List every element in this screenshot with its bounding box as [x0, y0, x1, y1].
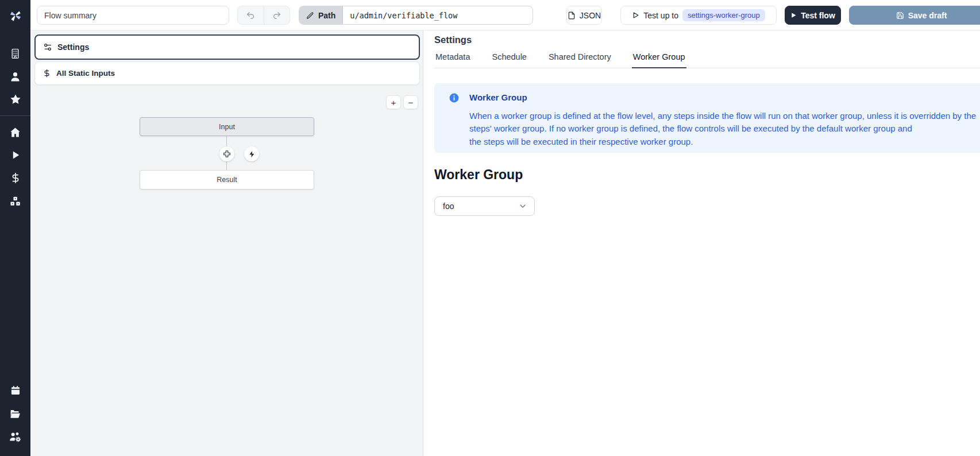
play-icon [10, 149, 21, 161]
test-flow-label: Test flow [801, 11, 835, 20]
windmill-logo-icon [8, 8, 23, 23]
test-flow-button[interactable]: Test flow [785, 6, 841, 25]
flow-node-result[interactable]: Result [140, 170, 314, 190]
star-icon [9, 93, 22, 106]
redo-icon [272, 11, 281, 20]
flow-summary-input[interactable] [37, 6, 229, 25]
test-up-to-label: Test up to [643, 11, 678, 20]
file-json-icon [568, 11, 576, 20]
test-up-to-step-badge[interactable]: settings-worker-group [682, 9, 765, 21]
worker-group-select[interactable]: foo [434, 196, 535, 216]
trigger-button[interactable] [244, 146, 259, 161]
building-icon [9, 48, 21, 60]
plus-icon: + [391, 98, 396, 107]
flow-settings-module[interactable]: Settings [34, 34, 420, 60]
path-group: Path u/admin/verifiable_flow [299, 6, 533, 25]
undo-redo-group [237, 6, 290, 25]
edit-path-button[interactable]: Path [299, 6, 343, 24]
tab-schedule[interactable]: Schedule [491, 51, 527, 68]
info-line: When a worker group is defined at the fl… [469, 110, 976, 122]
json-button[interactable]: JSON [566, 6, 602, 25]
sidebar-divider [0, 115, 30, 116]
tab-metadata[interactable]: Metadata [434, 51, 471, 68]
flow-toolbar: Path u/admin/verifiable_flow JSON Test u… [30, 0, 980, 30]
info-box-title: Worker Group [469, 92, 527, 102]
user-icon [9, 71, 21, 83]
app-sidebar [0, 0, 30, 456]
sidebar-item-workspace[interactable] [0, 42, 30, 65]
play-outline-icon [632, 11, 639, 19]
test-up-to-button[interactable]: Test up to settings-worker-group [620, 6, 777, 25]
chevron-down-icon [518, 202, 527, 211]
zoom-out-button[interactable]: − [403, 95, 418, 109]
sidebar-item-user[interactable] [0, 65, 30, 88]
settings-panel-title: Settings [434, 34, 472, 45]
flow-editor-app: Path u/admin/verifiable_flow JSON Test u… [0, 0, 980, 456]
add-step-button[interactable] [219, 146, 234, 161]
minus-icon: − [408, 98, 414, 107]
json-button-label: JSON [580, 11, 601, 20]
dollar-icon [10, 172, 21, 184]
sidebar-item-schedules[interactable] [0, 379, 30, 402]
tab-shared-directory[interactable]: Shared Directory [547, 51, 612, 68]
cross-plus-icon [223, 150, 231, 158]
zap-icon [248, 150, 256, 158]
all-static-inputs-module[interactable]: All Static Inputs [34, 61, 420, 85]
static-inputs-label: All Static Inputs [56, 69, 115, 78]
sliders-icon [43, 42, 52, 52]
play-filled-icon [790, 12, 797, 18]
folder-open-icon [9, 408, 21, 420]
sidebar-item-resources[interactable] [0, 190, 30, 212]
tab-worker-group[interactable]: Worker Group [632, 51, 686, 68]
info-line: steps' worker group. If no worker group … [469, 122, 976, 135]
users-cog-icon [9, 430, 22, 443]
worker-group-selected-value: foo [443, 202, 518, 211]
flow-path-value[interactable]: u/admin/verifiable_flow [343, 6, 533, 24]
undo-icon [246, 11, 255, 20]
info-icon [449, 92, 460, 103]
save-draft-button[interactable]: Save draft [849, 6, 980, 25]
sidebar-item-runs[interactable] [0, 144, 30, 167]
info-line: the steps will be executed in their resp… [469, 136, 976, 148]
settings-tabs: Metadata Schedule Shared Directory Worke… [434, 51, 980, 68]
dollar-icon [43, 69, 51, 78]
boxes-icon [9, 195, 21, 207]
sidebar-item-folders[interactable] [0, 402, 30, 425]
save-draft-label: Save draft [908, 11, 947, 20]
path-label: Path [318, 11, 335, 20]
settings-panel: Settings Metadata Schedule Shared Direct… [423, 30, 980, 456]
pencil-icon [306, 11, 314, 20]
save-icon [896, 11, 904, 20]
home-icon [9, 126, 21, 138]
sidebar-item-variables[interactable] [0, 167, 30, 190]
worker-group-section-title: Worker Group [434, 167, 523, 183]
flow-node-input[interactable]: Input [140, 117, 314, 136]
sidebar-item-workers[interactable] [0, 425, 30, 448]
redo-button[interactable] [264, 6, 290, 24]
sidebar-item-home[interactable] [0, 121, 30, 144]
undo-button[interactable] [238, 6, 264, 24]
flow-graph-panel: Settings All Static Inputs + − Input [30, 30, 423, 456]
settings-module-label: Settings [57, 42, 89, 52]
sidebar-item-favorites[interactable] [0, 88, 30, 111]
windmill-logo[interactable] [0, 0, 30, 30]
info-box-body: When a worker group is defined at the fl… [469, 110, 976, 148]
zoom-in-button[interactable]: + [386, 95, 401, 109]
calendar-icon [10, 385, 21, 396]
input-node-label: Input [219, 123, 235, 131]
worker-group-info-box: Worker Group When a worker group is defi… [434, 83, 980, 153]
result-node-label: Result [217, 176, 237, 184]
